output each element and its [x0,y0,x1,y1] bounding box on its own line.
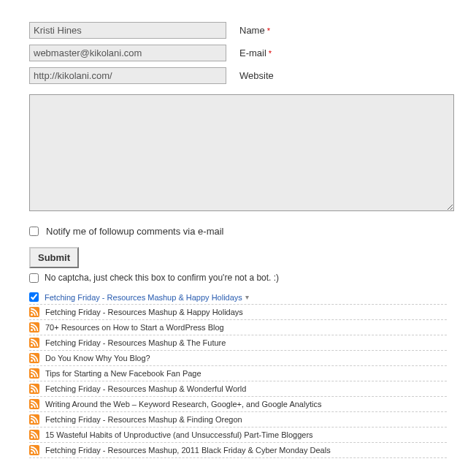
post-link[interactable]: 15 Wasteful Habits of Unproductive (and … [45,430,313,439]
post-link[interactable]: Fetching Friday - Resources Mashup & Hap… [45,308,243,316]
rss-icon [29,368,39,379]
svg-point-15 [31,421,33,423]
svg-point-7 [31,360,33,362]
post-row: 15 Wasteful Habits of Unproductive (and … [29,428,447,443]
website-label: Website [239,70,274,81]
rss-icon [29,353,39,363]
post-row: Fetching Friday - Resources Mashup & Hap… [29,305,447,320]
required-mark: * [269,49,272,58]
submit-button[interactable]: Submit [29,247,79,268]
rss-icon [29,399,39,409]
svg-point-1 [31,314,33,316]
rss-icon [29,338,39,348]
post-select-checkbox[interactable] [29,292,39,302]
name-label: Name [239,25,265,36]
required-mark: * [267,26,270,35]
post-list: Fetching Friday - Resources Mashup & Hap… [29,290,447,458]
comment-textarea[interactable] [29,94,454,211]
post-link[interactable]: 70+ Resources on How to Start a WordPres… [45,323,224,332]
website-input[interactable] [29,67,226,84]
rss-icon [29,430,39,440]
post-row: Fetching Friday - Resources Mashup, 2011… [29,443,447,458]
svg-point-3 [31,329,33,331]
name-input[interactable] [29,22,226,39]
post-row: Fetching Friday - Resources Mashup & The… [29,335,447,351]
notify-label: Notify me of followup comments via e-mai… [46,226,223,237]
email-input[interactable] [29,45,226,61]
post-link[interactable]: Fetching Friday - Resources Mashup & Hap… [45,293,242,302]
post-row: Do You Know Why You Blog? [29,351,447,366]
email-label: E-mail [239,48,266,58]
post-link[interactable]: Tips for Starting a New Facebook Fan Pag… [45,369,201,378]
captcha-checkbox[interactable] [29,273,39,283]
svg-point-13 [31,406,33,408]
post-row: Fetching Friday - Resources Mashup & Hap… [29,290,447,305]
chevron-down-icon[interactable]: ▾ [245,293,249,301]
post-link[interactable]: Do You Know Why You Blog? [45,354,150,362]
svg-point-17 [31,436,33,438]
rss-icon [29,307,39,317]
post-link[interactable]: Writing Around the Web – Keyword Researc… [45,400,321,408]
post-row: Fetching Friday - Resources Mashup & Won… [29,381,447,397]
post-row: Tips for Starting a New Facebook Fan Pag… [29,366,447,381]
svg-point-11 [31,390,33,392]
captcha-label: No captcha, just check this box to confi… [45,273,279,283]
post-row: Writing Around the Web – Keyword Researc… [29,397,447,412]
svg-point-9 [31,375,33,377]
rss-icon [29,322,39,332]
rss-icon [29,445,39,455]
rss-icon [29,384,39,394]
rss-icon [29,414,39,425]
post-link[interactable]: Fetching Friday - Resources Mashup & Fin… [45,415,242,424]
post-row: Fetching Friday - Resources Mashup & Fin… [29,412,447,428]
notify-checkbox[interactable] [29,227,39,236]
post-link[interactable]: Fetching Friday - Resources Mashup & Won… [45,384,246,393]
svg-point-19 [31,452,33,454]
post-link[interactable]: Fetching Friday - Resources Mashup, 2011… [45,446,331,455]
post-link[interactable]: Fetching Friday - Resources Mashup & The… [45,338,226,347]
post-row: 70+ Resources on How to Start a WordPres… [29,320,447,335]
svg-point-5 [31,344,33,346]
